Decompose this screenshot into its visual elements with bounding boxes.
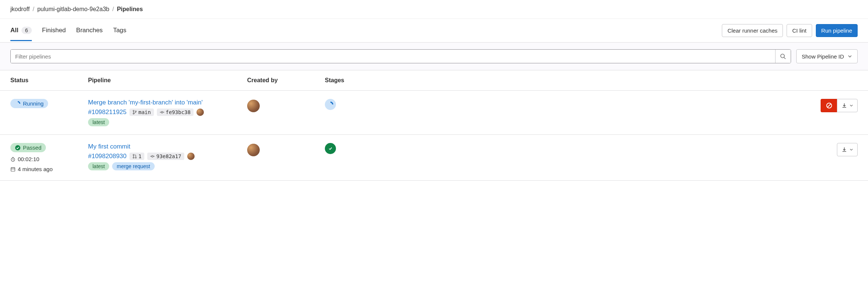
commit-icon [150,154,155,159]
breadcrumb: jkodroff / pulumi-gitlab-demo-9e2a3b / P… [0,0,868,19]
breadcrumb-page[interactable]: Pipelines [117,6,143,13]
check-icon [328,146,333,151]
commit-author-avatar[interactable] [187,153,195,160]
stage-running-icon[interactable] [325,99,336,110]
mr-chip[interactable]: 1 [129,153,144,160]
breadcrumb-project[interactable]: pulumi-gitlab-demo-9e2a3b [37,6,110,13]
status-label: Passed [23,144,41,151]
cancel-icon [826,102,832,109]
col-created-by: Created by [247,77,325,84]
stages-cell [325,143,451,154]
download-artifacts-button[interactable] [837,99,858,112]
status-badge-passed[interactable]: Passed [10,143,46,152]
pipeline-commit-title[interactable]: My first commit [88,143,247,150]
search-icon [780,53,786,59]
dropdown-label: Show Pipeline ID [802,53,844,60]
tag-latest: latest [88,118,109,126]
pipeline-tabs: All 6 Finished Branches Tags [10,20,127,41]
row-actions [451,143,858,156]
tag-merge-request: merge request [112,162,154,170]
creator-avatar[interactable] [247,144,260,156]
running-icon [327,101,334,108]
svg-line-14 [13,159,14,160]
commit-chip[interactable]: fe93bc38 [157,109,194,116]
tab-tags[interactable]: Tags [113,20,127,41]
finished-at: 4 minutes ago [10,166,88,172]
tab-all[interactable]: All 6 [10,20,32,41]
breadcrumb-separator: / [112,6,114,13]
pipeline-id-link[interactable]: #1098211925 [88,109,127,116]
filter-input-wrap [10,49,791,63]
running-icon [15,101,21,107]
stages-cell [325,99,451,110]
cancel-pipeline-button[interactable] [821,99,837,112]
svg-point-6 [161,111,163,113]
tab-branches[interactable]: Branches [76,20,103,41]
filter-bar: Show Pipeline ID [0,43,868,70]
svg-point-11 [15,145,20,150]
svg-point-23 [152,156,154,157]
table-header: Status Pipeline Created by Stages [0,70,868,91]
clear-caches-button[interactable]: Clear runner caches [722,24,783,37]
commit-chip[interactable]: 93e82a17 [147,153,184,160]
tab-finished[interactable]: Finished [42,20,66,41]
tag-latest: latest [88,162,109,170]
filter-input[interactable] [11,50,775,63]
duration: 00:02:10 [10,156,88,162]
branch-chip[interactable]: main [129,109,154,116]
pipeline-row: Running Merge branch 'my-first-branch' i… [0,91,868,135]
mr-count: 1 [138,153,141,159]
check-circle-icon [15,145,21,151]
stage-passed-icon[interactable] [325,143,336,154]
download-icon [841,103,847,109]
breadcrumb-separator: / [33,6,34,13]
chevron-down-icon [850,104,853,107]
clock-icon [10,157,16,162]
chevron-down-icon [848,54,852,59]
pipeline-row: Passed 00:02:10 4 minutes ago My first c… [0,135,868,181]
created-by-cell [247,143,325,157]
commit-author-avatar[interactable] [196,109,204,116]
branch-name: main [138,109,151,115]
svg-point-22 [135,157,137,158]
filter-search-button[interactable] [775,50,791,63]
creator-avatar[interactable] [247,100,260,112]
svg-point-21 [133,157,134,158]
pipeline-commit-title[interactable]: Merge branch 'my-first-branch' into 'mai… [88,99,247,106]
pipeline-id-link[interactable]: #1098208930 [88,153,127,160]
run-pipeline-button[interactable]: Run pipeline [816,24,858,37]
svg-line-10 [827,104,831,107]
finished-at-text: 4 minutes ago [18,166,53,172]
calendar-icon [10,167,16,172]
row-actions [451,99,858,112]
status-label: Running [23,100,44,107]
svg-line-1 [784,57,785,59]
commit-icon [160,110,164,114]
download-artifacts-button[interactable] [837,143,858,156]
svg-point-0 [781,54,784,58]
header-actions: Clear runner caches CI lint Run pipeline [722,19,858,42]
ci-lint-button[interactable]: CI lint [787,24,812,37]
tab-all-count: 6 [21,27,32,34]
status-badge-running[interactable]: Running [10,99,48,108]
breadcrumb-user[interactable]: jkodroff [10,6,30,13]
col-pipeline: Pipeline [88,77,247,84]
download-icon [841,147,847,153]
chevron-down-icon [850,148,853,151]
show-pipeline-id-dropdown[interactable]: Show Pipeline ID [796,49,858,63]
commit-sha: 93e82a17 [156,153,181,159]
branch-icon [132,110,137,114]
col-stages: Stages [325,77,451,84]
col-status: Status [10,77,88,84]
svg-rect-16 [11,167,15,171]
svg-point-20 [133,154,134,156]
duration-text: 00:02:10 [18,156,39,162]
created-by-cell [247,99,325,113]
merge-request-icon [132,154,137,159]
commit-sha: fe93bc38 [166,109,191,115]
tab-all-label: All [10,27,18,34]
